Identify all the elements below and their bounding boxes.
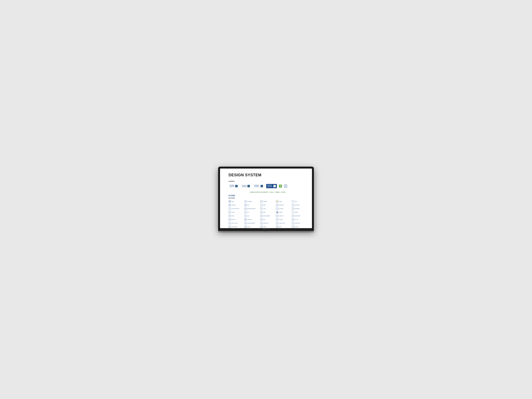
icon-item-administratif: ⊞administratif <box>292 214 307 217</box>
icon-label-balcon: balcon <box>232 215 234 216</box>
icon-box-nature: ❋ <box>244 226 247 228</box>
icon-box-coeur: ♡ <box>292 200 294 203</box>
icon-item-covid-masque: ⊠covid masque <box>228 225 243 228</box>
icon-item-covid-croix: ✚covid croix <box>276 214 291 217</box>
icon-label-nuancier: nuancier <box>279 219 283 220</box>
icon-label-rechercher: rechercher <box>295 204 299 206</box>
icon-box-maison: ⌂ <box>292 211 294 213</box>
icon-box-simulateur: ▦ <box>244 218 247 221</box>
icon-label-covid-masque: covid masque <box>232 226 237 227</box>
icon-label-talk: talk <box>247 204 249 206</box>
icon-label-sante: sante <box>263 212 266 213</box>
icon-box-jardin: ✿ <box>276 226 278 228</box>
icon-box-invest: € <box>260 208 263 210</box>
icon-item-coeur: ♡cœur <box>292 200 307 203</box>
logo-sub-3: Bien plus pour vous <box>254 187 260 188</box>
icon-item-personnalisation: ⚙personnalisation <box>260 214 275 217</box>
logo-b-icon-1 <box>235 185 238 187</box>
icon-label-connect: connect <box>232 212 235 213</box>
icon-box-retraite: ⊟ <box>260 226 263 228</box>
icon-box-fichier: ▭ <box>260 204 263 206</box>
logo-text-belgium: Bouygues Immobilier Belgium <box>230 185 234 188</box>
icon-label-personnalisation: personnalisation <box>263 215 270 216</box>
logo-b-icon-4: B <box>273 185 276 187</box>
logo-text-standard: Bouygues Immobilier <box>242 185 247 187</box>
icon-item-gel-hydroalcoolique: ⊠gel hydroalcoolique <box>244 207 259 210</box>
camera <box>266 167 266 168</box>
icon-item-immeuble: ⬜immeuble <box>276 207 291 210</box>
icon-box-parametres: ⊞ <box>276 204 278 206</box>
icon-item-enveloppe: ✉enveloppe <box>244 200 259 203</box>
icon-box-plan-de-masse: ⊟ <box>228 222 231 224</box>
icon-box-phone: ☎ <box>228 200 231 203</box>
icon-item-2d-3d: ⊠2D / 3D <box>292 218 307 221</box>
icons-hubspot-link[interactable]: ICONES DISPO SUR HUBSPOT : FILES -> THEM… <box>228 191 307 193</box>
logo-bouygues-name-4: Bouygues <box>267 185 273 186</box>
icon-item-phone: ☎phone <box>228 200 243 203</box>
icon-box-sante: ⊞ <box>260 211 263 213</box>
icon-item-calendrier: ▦calendrier <box>228 203 243 207</box>
icon-box-rdc: ⊡ <box>244 211 247 213</box>
icon-box-terrasse: ⊡ <box>292 226 294 228</box>
macbook-label: MacBook Pro <box>262 228 270 230</box>
icon-item-rechercher: ⊙rechercher <box>292 203 307 207</box>
icon-box-immeuble: ⬜ <box>276 208 278 210</box>
icon-label-coeur: cœur <box>295 201 297 202</box>
icon-item-connect: ⊟connect <box>228 211 243 214</box>
icon-label-brochure: brochure <box>232 219 235 220</box>
icon-item-mapping: ◎mapping <box>260 200 275 203</box>
icon-box-covid-croix: ✚ <box>276 215 278 217</box>
icon-label-locatif-social: locatif social <box>295 223 300 224</box>
icon-item-retraite: ⊟retraite <box>260 225 275 228</box>
logo-b-icon-2 <box>247 185 250 187</box>
icon-box-argent-main: ⊞ <box>260 222 263 224</box>
icon-label-plan-de-masse: plan de masse <box>232 223 238 224</box>
icon-label-invest: invest <box>263 208 266 209</box>
icon-item-archi: ⊟archi <box>260 218 275 221</box>
icon-item-rdc: ⊡rdc <box>244 211 259 214</box>
logo-sub-4: Bien plus pour vous <box>267 187 273 188</box>
icon-item-jardin: ✿jardin <box>276 225 291 228</box>
logo-immobilier-name-2: Immobilier <box>242 186 247 187</box>
icon-box-covid-masque: ⊠ <box>228 226 231 228</box>
icon-item-cave: ⊡cave <box>244 214 259 217</box>
logo-blue-b: B <box>285 185 286 187</box>
screen[interactable]: DESIGN SYSTEM LOGOS Bouygues Immobilier … <box>220 169 312 228</box>
icon-label-mapping: mapping <box>263 201 267 202</box>
laptop-vent <box>264 232 268 232</box>
logo-dark-bg: Bouygues Immobilier Bien plus pour vous … <box>266 184 277 188</box>
icon-box-locatif-social: ⊡ <box>292 222 294 224</box>
laptop-frame: DESIGN SYSTEM LOGOS Bouygues Immobilier … <box>218 167 314 232</box>
logo-blue-standalone: B <box>284 185 287 188</box>
icon-label-rdc: rdc <box>247 212 249 213</box>
icon-label-phone: phone <box>232 201 234 202</box>
icon-box-archi: ⊟ <box>260 218 263 221</box>
logos-row: Bouygues Immobilier Belgium Bouygues Imm… <box>228 184 307 188</box>
icon-item-locatif-social: ⊡locatif social <box>292 222 307 225</box>
icon-label-enveloppe: enveloppe <box>247 201 252 202</box>
icon-label-argent-portefeuille: argent portefeuille <box>247 223 255 224</box>
logo-immobilier-name-1: Immobilier <box>230 186 234 187</box>
logo-bouygues-name-1: Bouygues <box>230 185 234 186</box>
icon-box-gel-hydroalcoolique: ⊠ <box>244 208 247 210</box>
logo-tagline: Bouygues Immobilier Bien plus pour vous <box>253 184 264 188</box>
icon-label-economie-du-neuf: economie du neuf <box>232 208 239 209</box>
logo-b-icon-3 <box>260 185 263 187</box>
page-title: DESIGN SYSTEM <box>228 173 307 177</box>
icon-label-covid-croix: covid croix <box>279 215 284 216</box>
icon-box-chantier: ⬤ <box>276 211 278 213</box>
logo-sub-1: Belgium <box>230 187 234 188</box>
icon-item-invest: €invest <box>260 207 275 210</box>
icon-label-chantier: chantier <box>279 212 282 213</box>
icon-box-brochure: ▤ <box>228 218 231 221</box>
icon-label-archi: archi <box>263 219 265 220</box>
logo-green-b: B <box>280 185 281 187</box>
icon-box-talk: ◉ <box>244 204 247 206</box>
icon-item-plan-de-masse: ⊟plan de masse <box>228 222 243 225</box>
icon-label-administratif: administratif <box>295 215 300 216</box>
icon-label-simulateur: simulateur <box>247 219 252 220</box>
icon-box-calendrier: ▦ <box>228 204 231 206</box>
icon-item-parametres: ⊞parametres <box>276 203 291 207</box>
icon-box-immeuble-2: ⬜ <box>292 208 294 210</box>
icon-label-jardin: jardin <box>279 226 281 227</box>
